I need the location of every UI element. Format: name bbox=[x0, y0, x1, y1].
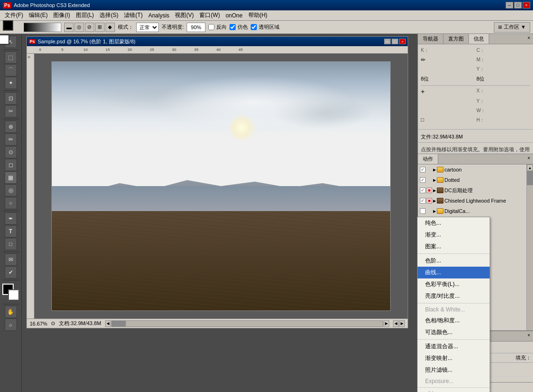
menu-onone[interactable]: onOne bbox=[223, 11, 246, 20]
action-dotted[interactable]: ✓ ▶ Dotted bbox=[418, 175, 526, 185]
gradient-type-angle[interactable]: ⊘ bbox=[85, 23, 94, 32]
action-dc[interactable]: ✓ ■ ▶ DC后期处理 bbox=[418, 185, 526, 196]
bg-color-swatch[interactable] bbox=[8, 289, 19, 301]
tool-hand[interactable]: ✋ bbox=[5, 306, 17, 318]
close-button[interactable]: × bbox=[523, 2, 530, 8]
menu-help[interactable]: 帮助(H) bbox=[246, 10, 271, 20]
tab-info[interactable]: 信息 bbox=[469, 34, 489, 44]
nav-next[interactable]: ▶ bbox=[399, 320, 405, 327]
doc-maximize[interactable]: □ bbox=[392, 39, 398, 44]
tool-clone[interactable]: ⊙ bbox=[5, 146, 17, 158]
tool-zoom[interactable]: ⌕ bbox=[5, 318, 17, 331]
menu-select[interactable]: 选择(S) bbox=[97, 10, 121, 20]
document-controls: ─ □ × bbox=[384, 39, 406, 44]
tool-eraser[interactable]: ◻ bbox=[5, 159, 17, 171]
tool-magic-wand[interactable]: ✦ bbox=[5, 77, 17, 89]
menu-filter[interactable]: 滤镜(T) bbox=[121, 10, 145, 20]
ctx-invert[interactable]: 反相 bbox=[418, 389, 490, 392]
ctx-brightness[interactable]: 亮度/对比度... bbox=[418, 290, 490, 302]
action-expand-digitalca[interactable]: ▶ bbox=[433, 209, 436, 213]
tool-path[interactable]: ✒ bbox=[5, 212, 17, 225]
workspace-button[interactable]: ⊞ 工作区 ▼ bbox=[494, 22, 530, 33]
action-chiseled[interactable]: ✓ ■ ▶ Chiseled Lightwood Frame bbox=[418, 196, 526, 206]
dither-checkbox[interactable] bbox=[230, 24, 236, 30]
layers-close-button[interactable]: × bbox=[525, 331, 533, 341]
menu-edit[interactable]: 编辑(E) bbox=[26, 10, 50, 20]
tool-brush[interactable]: ✏ bbox=[5, 133, 17, 146]
tool-lasso[interactable]: ⌒ bbox=[5, 64, 17, 76]
menu-window[interactable]: 窗口(W) bbox=[197, 10, 222, 20]
action-check-dotted[interactable]: ✓ bbox=[420, 177, 426, 183]
ctx-levels[interactable]: 色阶... bbox=[418, 255, 490, 267]
ctx-color-balance[interactable]: 色彩平衡(L)... bbox=[418, 278, 490, 290]
action-check-dc[interactable]: ✓ bbox=[420, 188, 426, 193]
actions-close-button[interactable]: × bbox=[525, 154, 533, 164]
reverse-checkbox[interactable] bbox=[208, 24, 214, 30]
tool-blur[interactable]: ◎ bbox=[5, 184, 17, 196]
ctx-gradient-map[interactable]: 渐变映射... bbox=[418, 352, 490, 364]
info-y2-row: Y： bbox=[476, 98, 530, 105]
tool-marquee[interactable]: ⬚ bbox=[5, 51, 17, 64]
action-expand-dotted[interactable]: ▶ bbox=[433, 178, 436, 182]
ctx-solid[interactable]: 纯色... bbox=[418, 217, 490, 229]
opacity-label: 不透明度: bbox=[162, 24, 184, 31]
gradient-type-radial[interactable]: ◎ bbox=[74, 23, 84, 32]
gradient-type-linear[interactable]: ▬ bbox=[64, 23, 74, 32]
tool-crop[interactable]: ⊡ bbox=[5, 92, 17, 105]
menu-analysis[interactable]: Analysis bbox=[146, 11, 172, 20]
action-check-chiseled[interactable]: ✓ bbox=[420, 198, 426, 204]
tool-text[interactable]: T bbox=[5, 225, 17, 237]
tool-dodge[interactable]: ○ bbox=[5, 197, 17, 209]
ctx-channel-mixer[interactable]: 通道混合器... bbox=[418, 341, 490, 352]
ctx-hue-sat[interactable]: 色相/饱和度... bbox=[418, 315, 490, 327]
action-expand-cartoon[interactable]: ▶ bbox=[433, 168, 436, 172]
tool-eyedropper[interactable]: ✔ bbox=[5, 266, 17, 278]
scroll-right-button[interactable]: ▶ bbox=[384, 320, 389, 327]
info-bits-right: 8位 bbox=[476, 75, 530, 82]
blend-mode-select[interactable]: 正常 bbox=[136, 23, 159, 32]
doc-close[interactable]: × bbox=[399, 39, 406, 44]
menu-file[interactable]: 文件(F) bbox=[2, 10, 26, 20]
gradient-type-diamond[interactable]: ◆ bbox=[106, 23, 115, 32]
ctx-photo-filter[interactable]: 照片滤镜... bbox=[418, 364, 490, 376]
tab-navigator[interactable]: 导航器 bbox=[418, 34, 443, 44]
gradient-preset-1[interactable] bbox=[24, 23, 61, 32]
scroll-up-button[interactable]: ▲ bbox=[527, 164, 533, 171]
ctx-gradient[interactable]: 渐变... bbox=[418, 229, 490, 241]
ctx-selective-color[interactable]: 可选颜色... bbox=[418, 327, 490, 338]
maximize-button[interactable]: □ bbox=[514, 2, 522, 8]
menu-layer[interactable]: 图层(L) bbox=[73, 10, 97, 20]
minimize-button[interactable]: ─ bbox=[506, 2, 513, 8]
nav-prev[interactable]: ◀ bbox=[393, 320, 399, 327]
action-check-digitalca[interactable] bbox=[420, 208, 426, 214]
tab-actions[interactable]: 动作 bbox=[418, 154, 438, 164]
gradient-type-reflected[interactable]: ⊞ bbox=[95, 23, 105, 32]
opacity-input[interactable] bbox=[187, 23, 205, 32]
scroll-left-button[interactable]: ◀ bbox=[105, 320, 111, 327]
menu-view[interactable]: 视图(V) bbox=[172, 10, 197, 20]
ctx-pattern[interactable]: 图案... bbox=[418, 241, 490, 253]
doc-minimize[interactable]: ─ bbox=[384, 39, 391, 44]
tool-shape[interactable]: □ bbox=[5, 238, 17, 250]
action-cartoon[interactable]: ✓ ▶ cartoon bbox=[418, 164, 526, 175]
tool-notes[interactable]: ✉ bbox=[5, 253, 17, 266]
tool-gradient[interactable]: ▦ bbox=[5, 172, 17, 184]
action-check-cartoon[interactable]: ✓ bbox=[420, 167, 426, 172]
transparency-checkbox[interactable] bbox=[251, 24, 257, 30]
menu-image[interactable]: 图像(I) bbox=[50, 10, 73, 20]
action-digitalca[interactable]: ▶ DigitalCa... bbox=[418, 206, 526, 216]
background-color[interactable] bbox=[0, 34, 9, 45]
tab-histogram[interactable]: 直方图 bbox=[443, 34, 469, 44]
canvas-viewport[interactable] bbox=[34, 54, 408, 318]
ctx-curves[interactable]: 曲线... bbox=[418, 267, 490, 278]
info-x-row: X： bbox=[476, 88, 530, 95]
actions-vertical-scrollbar[interactable]: ▲ ▼ bbox=[526, 164, 533, 330]
action-expand-chiseled[interactable]: ▶ bbox=[433, 199, 436, 203]
foreground-color[interactable] bbox=[3, 20, 13, 31]
tool-healing[interactable]: ⊕ bbox=[5, 121, 17, 133]
info-empty-2 bbox=[421, 98, 475, 105]
panel-close-button[interactable]: × bbox=[525, 34, 533, 44]
tool-slice[interactable]: ✂ bbox=[5, 105, 17, 117]
horizontal-scrollbar[interactable] bbox=[111, 320, 383, 327]
action-expand-dc[interactable]: ▶ bbox=[433, 188, 436, 193]
